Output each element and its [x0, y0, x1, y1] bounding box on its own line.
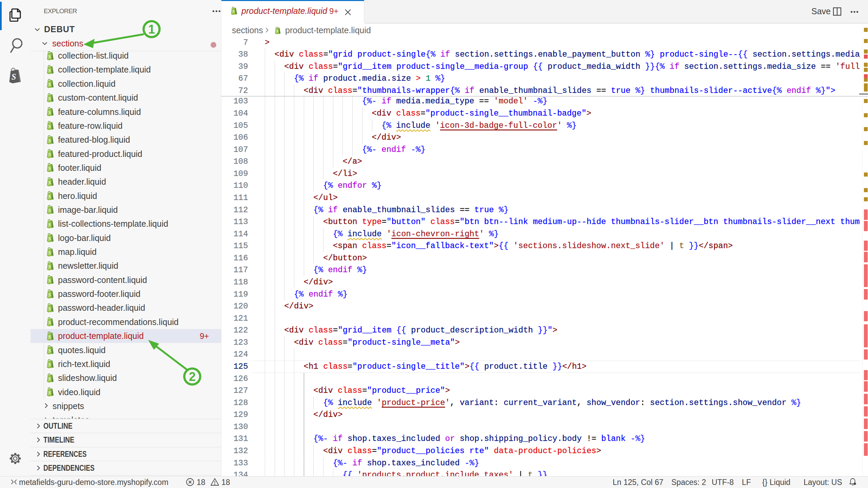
svg-text:2: 2	[189, 370, 196, 384]
svg-text:S: S	[12, 72, 16, 81]
svg-text:1: 1	[148, 22, 155, 36]
